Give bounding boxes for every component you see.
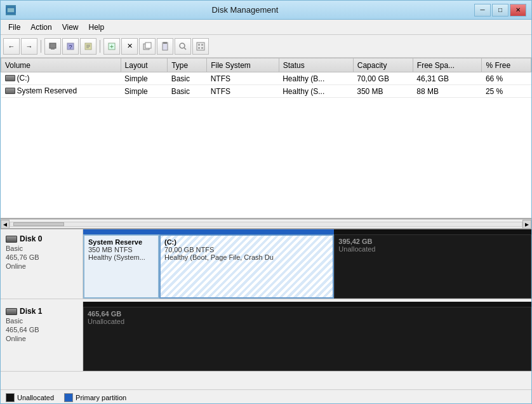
paste-button[interactable] xyxy=(157,38,173,55)
cell-fs-0: NTFS xyxy=(207,72,279,85)
cell-volume-0: (C:) xyxy=(1,72,121,85)
disk-1-status: Online xyxy=(6,335,77,342)
svg-rect-1 xyxy=(8,8,14,12)
cell-free-0: 46,31 GB xyxy=(413,72,482,85)
col-layout: Layout xyxy=(121,58,168,72)
disk-1-partitions: 465,64 GB Unallocated xyxy=(83,302,531,371)
delete-button[interactable]: ✕ xyxy=(121,38,138,55)
copy-button[interactable] xyxy=(139,38,156,55)
h-scrollbar-thumb[interactable] xyxy=(13,222,64,226)
forward-button[interactable]: → xyxy=(21,38,37,55)
cell-layout-1: Simple xyxy=(121,85,168,98)
svg-text:+: + xyxy=(110,43,114,50)
svg-line-17 xyxy=(184,48,186,50)
cell-fs-1: NTFS xyxy=(207,85,279,98)
scroll-left-button[interactable]: ◂ xyxy=(1,220,10,229)
app-icon xyxy=(6,5,16,15)
drive-icon-1: System Reserved xyxy=(5,86,77,95)
cell-type-0: Basic xyxy=(168,72,207,85)
partition-unalloc-0-size: 395,42 GB xyxy=(338,238,527,245)
partition-c-detail2: Healthy (Boot, Page File, Crash Du xyxy=(164,253,329,261)
disk-0-status: Online xyxy=(6,262,77,270)
table-row[interactable]: System Reserved Simple Basic NTFS Health… xyxy=(1,85,531,98)
disk-1-row: Disk 1 Basic 465,64 GB Online 465,64 GB … xyxy=(1,302,531,372)
disk-1-top-bar xyxy=(83,302,531,307)
disk-panel[interactable]: Disk 0 Basic 465,76 GB Online System Res… xyxy=(1,229,531,389)
disk-1-icon xyxy=(6,308,17,315)
maximize-button[interactable]: □ xyxy=(492,4,509,17)
status-bar: Unallocated Primary partition xyxy=(1,389,531,404)
toolbar-sep-2 xyxy=(100,40,100,53)
disk-1-partitions-row: 465,64 GB Unallocated xyxy=(83,307,531,371)
volume-table: Volume Layout Type File System Status Ca… xyxy=(1,58,531,98)
legend-primary-swatch xyxy=(64,393,73,402)
disk-0-bar-c xyxy=(159,229,334,234)
close-button[interactable]: ✕ xyxy=(510,4,526,17)
menu-bar: File Action View Help xyxy=(1,20,531,35)
partition-c[interactable]: (C:) 70,00 GB NTFS Healthy (Boot, Page F… xyxy=(159,234,334,299)
back-button[interactable]: ← xyxy=(3,38,20,55)
partition-unalloc-1[interactable]: 465,64 GB Unallocated xyxy=(83,307,531,371)
disk-0-icon xyxy=(6,236,17,243)
disk-0-top-bar xyxy=(83,229,531,234)
partition-c-detail1: 70,00 GB NTFS xyxy=(164,246,329,253)
menu-view[interactable]: View xyxy=(57,22,84,33)
window-controls: ─ □ ✕ xyxy=(474,4,526,17)
col-volume: Volume xyxy=(1,58,121,72)
disk-0-bar-unalloc xyxy=(334,229,531,234)
menu-file[interactable]: File xyxy=(3,22,25,33)
svg-text:?: ? xyxy=(69,44,72,50)
disk-0-type: Basic xyxy=(6,245,77,252)
partition-unalloc-1-label: Unallocated xyxy=(88,318,527,325)
scroll-right-button[interactable]: ▸ xyxy=(522,220,531,229)
partition-sysres-name: System Reserve xyxy=(88,238,154,246)
new-button[interactable]: + xyxy=(103,38,120,55)
volume-list-panel[interactable]: Volume Layout Type File System Status Ca… xyxy=(1,58,531,219)
partition-sysres[interactable]: System Reserve 350 MB NTFS Healthy (Syst… xyxy=(83,234,159,299)
legend-unallocated-label: Unallocated xyxy=(17,394,54,401)
svg-rect-19 xyxy=(198,44,200,46)
drive-icon-0: (C:) xyxy=(5,74,30,83)
table-row[interactable]: (C:) Simple Basic NTFS Healthy (B... 70,… xyxy=(1,72,531,85)
cell-pct-1: 25 % xyxy=(482,85,531,98)
disk-1-size: 465,64 GB xyxy=(6,326,77,333)
cell-volume-1: System Reserved xyxy=(1,85,121,98)
cell-pct-0: 66 % xyxy=(482,72,531,85)
window-title: Disk Management xyxy=(16,5,474,15)
cell-free-1: 88 MB xyxy=(413,85,482,98)
disk-1-type: Basic xyxy=(6,317,77,325)
partition-unalloc-0-label: Unallocated xyxy=(338,245,527,253)
cell-capacity-0: 70,00 GB xyxy=(353,72,413,85)
legend-primary-label: Primary partition xyxy=(76,394,126,401)
cell-status-1: Healthy (S... xyxy=(279,85,353,98)
disk-0-partitions-row: System Reserve 350 MB NTFS Healthy (Syst… xyxy=(83,234,531,299)
disk-1-name: Disk 1 xyxy=(6,307,77,316)
partition-unalloc-0[interactable]: 395,42 GB Unallocated xyxy=(334,234,531,299)
svg-rect-2 xyxy=(50,43,56,48)
disk-0-info: Disk 0 Basic 465,76 GB Online xyxy=(1,229,83,299)
search-button[interactable] xyxy=(175,38,191,55)
legend-unallocated-swatch xyxy=(6,393,15,402)
menu-action[interactable]: Action xyxy=(25,22,57,33)
partition-c-name: (C:) xyxy=(164,238,329,246)
cell-status-0: Healthy (B... xyxy=(279,72,353,85)
disk-0-partitions: System Reserve 350 MB NTFS Healthy (Syst… xyxy=(83,229,531,299)
details-button[interactable] xyxy=(80,38,96,55)
h-scrollbar-track[interactable] xyxy=(10,222,522,227)
h-scrollbar-area[interactable]: ◂ ▸ xyxy=(1,219,531,229)
minimize-button[interactable]: ─ xyxy=(474,4,491,17)
export-button[interactable] xyxy=(192,38,209,55)
menu-help[interactable]: Help xyxy=(84,22,110,33)
toolbar-sep-1 xyxy=(41,40,41,53)
up-button[interactable] xyxy=(44,38,61,55)
col-capacity: Capacity xyxy=(353,58,413,72)
help-button[interactable]: ? xyxy=(62,38,79,55)
svg-rect-20 xyxy=(201,44,203,46)
col-pctfree: % Free xyxy=(482,58,531,72)
svg-point-16 xyxy=(180,43,185,48)
svg-rect-3 xyxy=(51,48,55,50)
cell-layout-0: Simple xyxy=(121,72,168,85)
disk-1-info: Disk 1 Basic 465,64 GB Online xyxy=(1,302,83,371)
partition-sysres-detail2: Healthy (System... xyxy=(88,253,154,261)
svg-rect-13 xyxy=(145,43,151,48)
